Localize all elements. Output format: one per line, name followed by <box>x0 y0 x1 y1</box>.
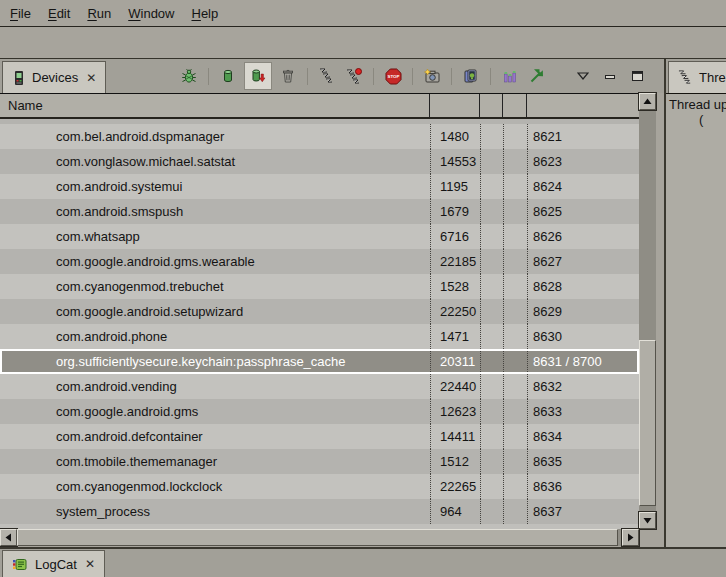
cell-name: com.whatsapp <box>0 224 430 249</box>
tab-threads[interactable]: Threads <box>668 61 726 93</box>
table-row[interactable]: com.whatsapp 6716 8626 <box>0 224 639 249</box>
tab-logcat[interactable]: LogCat ✕ <box>2 550 105 577</box>
cell-pid: 22265 <box>430 474 480 499</box>
menu-window[interactable]: Window <box>128 6 174 21</box>
vertical-scrollbar-thumb[interactable] <box>639 340 656 506</box>
capture-system-trace-icon[interactable] <box>526 65 548 87</box>
cell-empty2 <box>503 474 527 499</box>
scroll-down-button[interactable] <box>639 512 656 529</box>
cell-empty1 <box>480 149 503 174</box>
devices-view: Devices ✕ <box>0 59 666 547</box>
empty-toolbar-area <box>0 27 726 59</box>
scroll-up-button[interactable] <box>639 93 656 110</box>
cell-pid: 22185 <box>430 249 480 274</box>
menu-help[interactable]: Help <box>191 6 218 21</box>
cell-empty1 <box>480 274 503 299</box>
table-row[interactable]: com.vonglasow.michael.satstat 14553 8623 <box>0 149 639 174</box>
menu-file[interactable]: File <box>10 6 31 21</box>
close-icon[interactable]: ✕ <box>85 557 95 571</box>
close-icon[interactable]: ✕ <box>86 71 96 85</box>
devices-tab-row: Devices ✕ <box>0 59 664 93</box>
logcat-icon <box>12 557 29 572</box>
cell-name: com.android.systemui <box>0 174 430 199</box>
table-row[interactable]: com.android.defcontainer 14411 8634 <box>0 424 639 449</box>
tab-devices[interactable]: Devices ✕ <box>2 61 106 93</box>
cell-empty1 <box>480 174 503 199</box>
cell-empty2 <box>503 224 527 249</box>
devices-toolbar: STOP <box>178 62 648 90</box>
column-header-empty1[interactable] <box>480 94 503 117</box>
cause-gc-trash-icon[interactable] <box>277 65 299 87</box>
cell-pid: 1679 <box>430 199 480 224</box>
minimize-icon[interactable] <box>599 65 621 87</box>
tab-threads-label: Threads <box>699 70 726 85</box>
cell-port: 8629 <box>527 299 639 324</box>
cell-pid: 1471 <box>430 324 480 349</box>
update-threads-icon[interactable] <box>316 65 338 87</box>
dump-view-hierarchy-icon[interactable] <box>460 65 482 87</box>
menu-edit[interactable]: Edit <box>48 6 70 21</box>
cell-empty1 <box>480 374 503 399</box>
svg-text:STOP: STOP <box>387 74 399 79</box>
table-row[interactable]: org.sufficientlysecure.keychain:passphra… <box>0 349 639 374</box>
horizontal-scrollbar-thumb[interactable] <box>17 529 618 546</box>
column-header-name[interactable]: Name <box>0 94 430 117</box>
cell-empty2 <box>503 199 527 224</box>
main-area: Devices ✕ <box>0 59 726 547</box>
cell-pid: 20311 <box>430 349 480 374</box>
table-row[interactable]: com.bel.android.dspmanager 1480 8621 <box>0 124 639 149</box>
cell-empty2 <box>503 249 527 274</box>
cell-empty1 <box>480 299 503 324</box>
cell-name: com.android.phone <box>0 324 430 349</box>
table-row[interactable]: com.google.android.setupwizard 22250 862… <box>0 299 639 324</box>
column-header-pid[interactable] <box>430 94 480 117</box>
phone-icon <box>12 70 26 86</box>
table-row[interactable]: com.android.smspush 1679 8625 <box>0 199 639 224</box>
table-row[interactable]: com.google.android.gms.wearable 22185 86… <box>0 249 639 274</box>
view-menu-icon[interactable] <box>572 65 594 87</box>
cell-name: com.bel.android.dspmanager <box>0 124 430 149</box>
scroll-left-button[interactable] <box>0 529 17 546</box>
cell-pid: 14411 <box>430 424 480 449</box>
cell-empty1 <box>480 349 503 374</box>
horizontal-scrollbar[interactable] <box>0 529 639 546</box>
threads-panel-content: Thread up ( <box>666 93 726 547</box>
cell-name: com.cyanogenmod.lockclock <box>0 474 430 499</box>
cell-port: 8634 <box>527 424 639 449</box>
table-row[interactable]: com.tmobile.thememanager 1512 8635 <box>0 449 639 474</box>
cell-empty2 <box>503 124 527 149</box>
cell-empty1 <box>480 224 503 249</box>
cell-name: com.google.android.gms <box>0 399 430 424</box>
scroll-right-button[interactable] <box>622 529 639 546</box>
cell-name: com.tmobile.thememanager <box>0 449 430 474</box>
menu-run[interactable]: Run <box>87 6 111 21</box>
cell-empty1 <box>480 424 503 449</box>
cell-empty2 <box>503 324 527 349</box>
table-row[interactable]: com.android.systemui 1195 8624 <box>0 174 639 199</box>
start-opengl-trace-icon[interactable] <box>499 65 521 87</box>
table-row[interactable]: com.google.android.gms 12623 8633 <box>0 399 639 424</box>
tab-devices-label: Devices <box>32 70 78 85</box>
cell-pid: 1528 <box>430 274 480 299</box>
debug-process-icon[interactable] <box>178 65 200 87</box>
toolbar-separator <box>490 68 491 85</box>
table-row[interactable]: com.android.phone 1471 8630 <box>0 324 639 349</box>
start-method-profiling-icon[interactable] <box>343 65 365 87</box>
dump-hprof-icon[interactable] <box>244 62 272 90</box>
table-row[interactable]: com.cyanogenmod.trebuchet 1528 8628 <box>0 274 639 299</box>
maximize-icon[interactable] <box>626 65 648 87</box>
update-heap-icon[interactable] <box>217 65 239 87</box>
table-row[interactable]: system_process 964 8637 <box>0 499 639 524</box>
table-row[interactable]: com.android.vending 22440 8632 <box>0 374 639 399</box>
cell-name: com.google.android.setupwizard <box>0 299 430 324</box>
cell-name: org.sufficientlysecure.keychain:passphra… <box>0 349 430 374</box>
table-row[interactable]: com.cyanogenmod.lockclock 22265 8636 <box>0 474 639 499</box>
column-header-port[interactable] <box>527 94 639 117</box>
cell-pid: 1195 <box>430 174 480 199</box>
vertical-scrollbar[interactable] <box>639 93 656 529</box>
column-header-empty2[interactable] <box>503 94 527 117</box>
stop-process-icon[interactable]: STOP <box>382 65 404 87</box>
cell-empty2 <box>503 374 527 399</box>
screen-capture-camera-icon[interactable] <box>421 65 443 87</box>
cell-port: 8635 <box>527 449 639 474</box>
